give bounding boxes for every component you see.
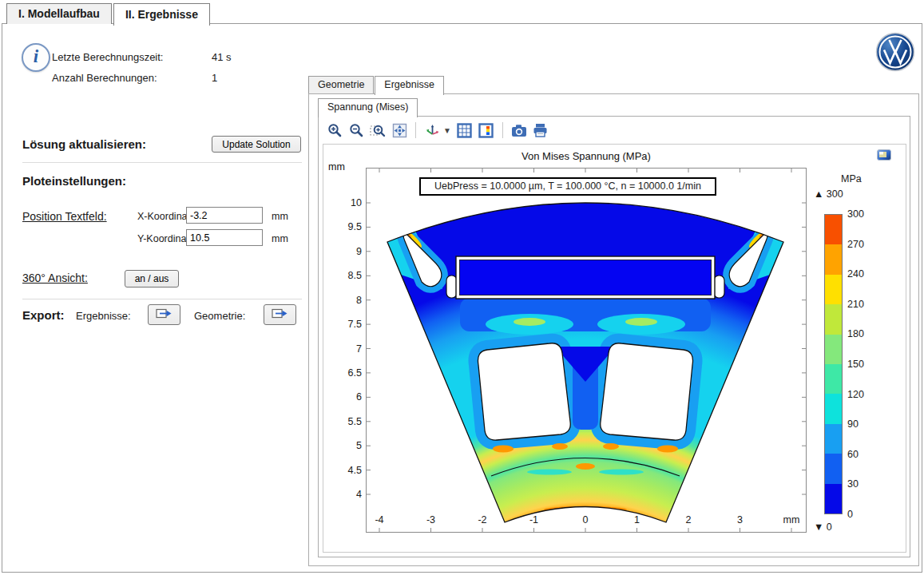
cbtick-label: 150 <box>847 359 864 370</box>
vw-logo <box>875 32 915 75</box>
count-label: Anzahl Berechnungen: <box>52 72 157 84</box>
cbtick-label: 30 <box>847 478 859 490</box>
xtick-label: 3 <box>737 514 743 525</box>
colorbar: MPa ▲ 300 0306090120150180210240270300 ▼… <box>812 169 906 540</box>
cbtick-label: 210 <box>847 299 864 310</box>
export-geometry-icon <box>272 311 288 322</box>
export-results-icon <box>156 311 173 322</box>
default-view-dropdown-caret[interactable]: ▼ <box>443 126 451 135</box>
export-heading: Export: <box>22 308 65 322</box>
ytick-label: 5.5 <box>348 416 362 427</box>
xtick-label: 1 <box>634 514 640 525</box>
cbtick-label: 300 <box>847 208 864 220</box>
ytick-label: 10 <box>351 197 362 208</box>
print-icon[interactable] <box>533 122 549 138</box>
tab-geometrie[interactable]: Geometrie <box>308 76 374 93</box>
zoom-out-icon[interactable] <box>348 122 364 138</box>
tab-spannung-mises[interactable]: Spannung (Mises) <box>318 98 418 117</box>
view-360-toggle-button[interactable]: an / aus <box>125 270 179 288</box>
y-axis-tick-labels: 109.598.587.576.565.554.54 <box>328 168 362 533</box>
plot-window-icon[interactable] <box>876 149 892 165</box>
ytick-label: 6.5 <box>348 367 362 379</box>
plot-tabbar: Spannung (Mises) <box>318 98 418 117</box>
viewer-tabbar: Geometrie Ergebnisse <box>308 76 445 95</box>
xtick-label: -4 <box>375 514 383 525</box>
x-unit-label: mm <box>272 211 288 222</box>
runtime-label: Letzte Berechnungszeit: <box>52 51 163 63</box>
x-axis-tick-labels: -4-3-2-10123mm <box>366 514 807 527</box>
main-tabbar: I. Modellaufbau II. Ergebnisse <box>6 3 212 26</box>
grid-icon[interactable] <box>457 122 473 138</box>
y-unit-label: mm <box>272 233 288 244</box>
zoom-box-icon[interactable] <box>370 122 386 138</box>
toolbar-separator <box>502 122 503 138</box>
zoom-in-icon[interactable] <box>327 122 343 138</box>
ytick-label: 8.5 <box>348 270 362 281</box>
stress-plot <box>366 168 807 533</box>
export-geometry-label: Geometrie: <box>194 310 245 322</box>
divider <box>22 162 302 163</box>
ytick-label: 9.5 <box>348 221 362 232</box>
update-solution-heading: Lösung aktualisieren: <box>22 137 146 151</box>
cbtick-label: 180 <box>847 328 864 339</box>
cbtick-label: 90 <box>847 418 859 430</box>
snapshot-icon[interactable] <box>511 122 527 138</box>
cbtick-label: 270 <box>847 239 864 250</box>
xtick-label: -2 <box>478 514 486 525</box>
xtick-label: 2 <box>686 514 692 525</box>
ytick-label: 9 <box>356 246 362 257</box>
cbtick-label: 240 <box>847 268 864 280</box>
xtick-label: -1 <box>529 514 538 525</box>
divider <box>22 299 302 299</box>
cbtick-label: 120 <box>847 389 864 400</box>
zoom-extents-icon[interactable] <box>391 122 407 138</box>
runtime-value: 41 s <box>212 51 232 63</box>
xtick-label: 0 <box>583 514 589 525</box>
ytick-label: 7 <box>356 343 362 355</box>
cbtick-label: 0 <box>847 509 853 520</box>
colorbar-tick-labels: 0306090120150180210240270300 <box>812 169 906 540</box>
view-360-label: 360° Ansicht: <box>22 272 88 284</box>
ytick-label: 7.5 <box>348 319 362 330</box>
color-legend-icon[interactable] <box>478 122 494 138</box>
tab-modellaufbau[interactable]: I. Modellaufbau <box>6 3 112 24</box>
ytick-label: 4.5 <box>348 465 362 476</box>
plot-settings-heading: Ploteinstellungen: <box>22 174 126 188</box>
export-results-label: Ergebnisse: <box>76 310 131 322</box>
export-geometry-button[interactable] <box>264 304 296 325</box>
plot-panel: ▼ mm Von Mises Spannung (MPa) <box>318 116 910 557</box>
ytick-label: 4 <box>356 489 362 500</box>
default-view-icon[interactable] <box>424 122 440 138</box>
colorbar-min-marker: ▼ 0 <box>814 521 832 533</box>
tab-ergebnisse-viewer[interactable]: Ergebnisse <box>375 76 444 95</box>
xtick-label: mm <box>783 514 800 525</box>
plot-canvas[interactable]: mm Von Mises Spannung (MPa) <box>323 144 906 553</box>
toolbar-separator <box>415 122 416 138</box>
info-icon: i <box>22 43 50 72</box>
cbtick-label: 60 <box>847 449 859 460</box>
x-coordinate-input[interactable] <box>186 207 263 224</box>
ytick-label: 5 <box>356 440 362 451</box>
y-coordinate-input[interactable] <box>186 229 263 246</box>
ytick-label: 6 <box>356 391 362 402</box>
update-solution-button[interactable]: Update Solution <box>212 136 301 153</box>
position-textfield-label: Position Textfeld: <box>22 210 107 223</box>
annotation-box: UebPress = 10.0000 µm, T = 100.000 °C, n… <box>419 177 716 196</box>
count-value: 1 <box>212 72 217 84</box>
chart-title: Von Mises Spannung (MPa) <box>366 150 807 162</box>
tab-ergebnisse[interactable]: II. Ergebnisse <box>113 3 210 26</box>
export-results-button[interactable] <box>148 304 180 325</box>
xtick-label: -3 <box>426 514 435 525</box>
ytick-label: 8 <box>356 295 362 306</box>
plot-toolbar: ▼ <box>327 120 549 141</box>
